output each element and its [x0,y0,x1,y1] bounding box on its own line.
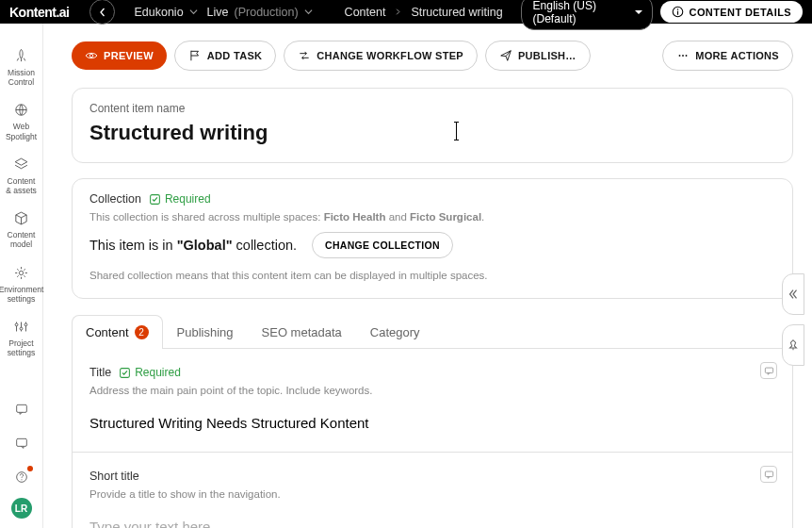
project-selector[interactable]: Edukonio [134,6,197,19]
rail-help-button[interactable] [8,464,35,490]
svg-point-14 [682,55,684,57]
short-title-field-block: Short title Provide a title to show in t… [73,453,792,528]
rail-notifications-button[interactable] [8,430,35,456]
collection-value-text: This item is in "Global" collection. [89,238,297,253]
layers-icon [13,157,29,173]
svg-rect-9 [16,438,26,446]
info-icon [672,6,684,18]
preview-button[interactable]: PREVIEW [72,41,167,70]
chevron-right-icon [395,8,401,15]
svg-rect-17 [765,368,772,373]
more-actions-label: MORE ACTIONS [695,50,779,61]
more-actions-button[interactable]: MORE ACTIONS [662,41,793,71]
rail-environment-settings[interactable]: Environment settings [0,257,42,311]
collection-shared-note: Shared collection means that this conten… [89,270,775,281]
double-chevron-left-icon [787,288,800,301]
add-task-button[interactable]: ADD TASK [174,41,276,71]
check-icon [149,193,161,206]
rail-label: Content & assets [6,176,37,195]
chat-icon [14,402,29,417]
user-avatar[interactable]: LR [11,498,32,519]
change-workflow-label: CHANGE WORKFLOW STEP [317,50,463,61]
svg-point-12 [89,54,93,58]
short-title-label: Short title [89,470,139,483]
svg-point-1 [676,8,677,9]
rail-label: Mission Control [8,68,35,87]
svg-point-6 [20,327,23,330]
publish-label: PUBLISH… [518,50,577,61]
item-name-value[interactable]: Structured writing [89,121,775,145]
collection-card: Collection Required This collection is s… [72,178,793,299]
cube-icon [13,210,29,226]
send-icon [499,49,512,62]
back-button[interactable] [89,0,115,25]
short-title-helper: Provide a title to show in the navigatio… [89,488,775,500]
env-suffix: (Production) [235,6,299,19]
comment-icon [764,366,774,376]
tab-publishing[interactable]: Publishing [163,315,248,349]
svg-point-7 [24,323,27,326]
title-helper: Address the main pain point of the topic… [89,385,775,396]
chat-bubble-icon [14,436,29,451]
chevron-left-icon [98,8,107,17]
svg-rect-2 [676,11,677,15]
preview-label: PREVIEW [104,50,154,61]
rail-content-model[interactable]: Content model [0,203,42,256]
change-collection-button[interactable]: CHANGE COLLECTION [312,232,453,258]
add-task-label: ADD TASK [207,50,262,61]
project-name: Edukonio [134,6,183,19]
eye-icon [85,49,98,62]
rail-mission-control[interactable]: Mission Control [0,41,42,94]
svg-rect-19 [765,471,772,477]
collection-helper: This collection is shared across multipl… [89,211,775,223]
dots-icon [676,49,690,62]
content-details-label: CONTENT DETAILS [690,7,791,18]
content-details-button[interactable]: CONTENT DETAILS [660,1,803,23]
pin-panel-button[interactable] [782,324,804,366]
chevron-down-icon [189,8,198,16]
tab-content-badge: 2 [135,325,149,339]
svg-rect-8 [16,404,26,412]
rail-label: Project settings [8,338,35,357]
globe-icon [13,102,29,118]
svg-point-13 [679,55,681,57]
comment-button[interactable] [760,466,777,483]
breadcrumb-item: Structured writing [411,6,502,19]
short-title-input[interactable] [89,519,775,528]
form-container: Title Required Address the main pain poi… [72,349,793,528]
rail-content-assets[interactable]: Content & assets [0,149,42,203]
required-badge: Required [119,366,181,379]
text-cursor [456,122,457,140]
breadcrumb-content[interactable]: Content [345,6,386,19]
title-input[interactable] [89,415,775,431]
item-name-label: Content item name [89,102,775,115]
pin-icon [787,338,800,352]
environment-selector[interactable]: Live (Production) [207,6,313,19]
rail-feedback-button[interactable] [8,396,35,422]
expand-panel-button[interactable] [782,273,804,315]
svg-point-5 [15,323,18,326]
change-workflow-button[interactable]: CHANGE WORKFLOW STEP [284,41,478,71]
tab-category[interactable]: Category [356,315,434,349]
env-label: Live [207,6,229,19]
required-badge: Required [149,192,211,206]
main-content: PREVIEW ADD TASK CHANGE WORKFLOW STEP PU… [43,24,812,528]
title-field-block: Title Required Address the main pain poi… [73,349,792,453]
tab-content[interactable]: Content 2 [72,315,163,349]
help-icon [14,470,29,485]
rail-project-settings[interactable]: Project settings [0,311,42,365]
svg-point-15 [686,55,688,57]
app-logo: Kontent.ai [9,5,69,20]
tab-content-label: Content [86,325,129,339]
left-nav-rail: Mission Control Web Spotlight Content & … [0,24,43,528]
tab-seo[interactable]: SEO metadata [248,315,356,349]
check-icon [119,367,131,379]
rail-web-spotlight[interactable]: Web Spotlight [0,94,42,148]
svg-point-11 [21,479,22,480]
comment-button[interactable] [760,362,777,379]
svg-point-4 [19,271,23,274]
flag-icon [188,49,202,62]
rail-label: Content model [8,230,36,249]
publish-button[interactable]: PUBLISH… [485,41,591,71]
notification-dot [27,466,33,471]
